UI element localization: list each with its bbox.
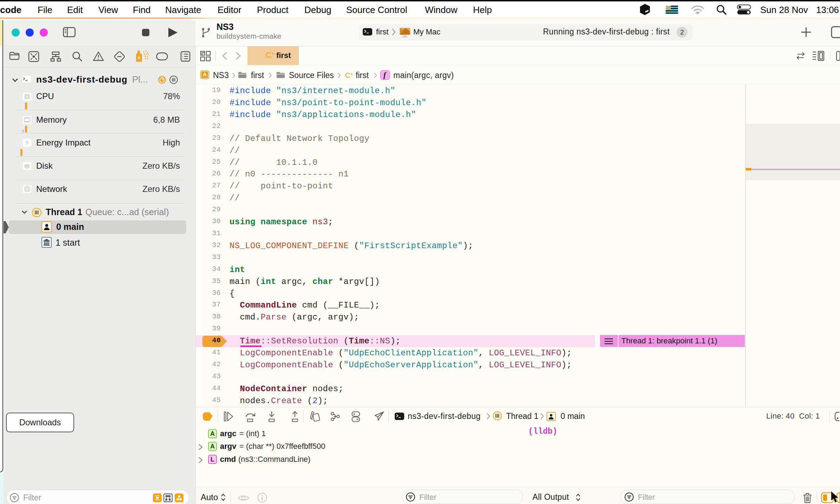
svg-text:x: x bbox=[138, 55, 141, 60]
